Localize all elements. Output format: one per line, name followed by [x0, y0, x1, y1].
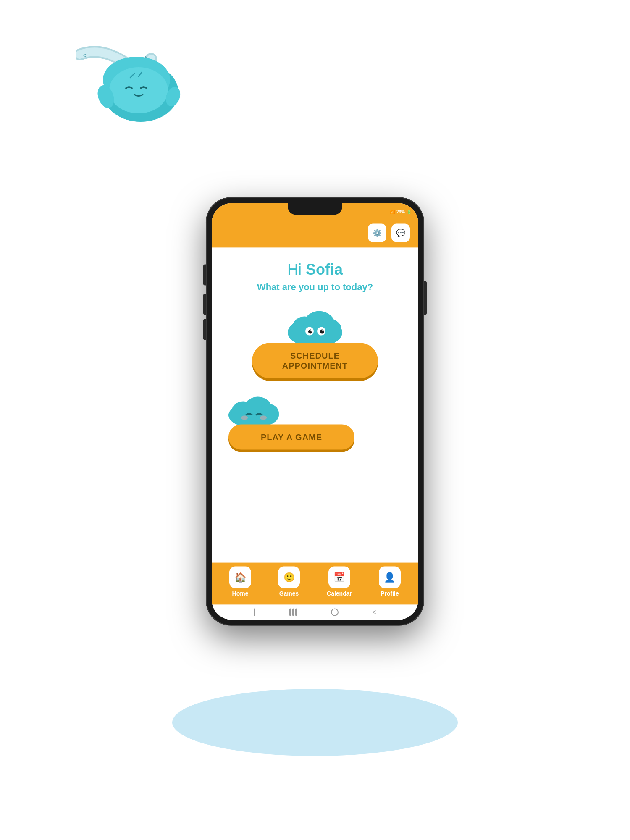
phone-body: 📶 26% 🔋 ⚙️ 💬 — [206, 197, 424, 626]
profile-icon-wrap: 👤 — [379, 567, 401, 588]
svg-point-16 — [322, 330, 324, 332]
gear-icon: ⚙️ — [373, 228, 382, 238]
scene: c b — [0, 0, 630, 840]
home-icon-wrap: 🏠 — [229, 567, 251, 588]
greeting-header: Hi Sofia — [287, 260, 343, 278]
calendar-icon: 📅 — [333, 572, 345, 583]
status-icons: 📶 26% 🔋 — [390, 209, 412, 214]
play-game-button[interactable]: PLAY A GAME — [228, 425, 354, 450]
nav-item-home[interactable]: 🏠 Home — [229, 567, 251, 597]
greeting-subtitle: What are you up to today? — [257, 282, 373, 293]
schedule-group: SCHEDULE APPOINTMENT — [220, 305, 410, 378]
chat-button[interactable]: 💬 — [391, 224, 410, 242]
svg-point-13 — [308, 330, 312, 334]
svg-point-20 — [258, 404, 279, 423]
svg-point-21 — [241, 416, 248, 420]
gesture-lines-icon — [254, 609, 255, 616]
gesture-back-icon: < — [372, 609, 376, 616]
games-icon-wrap: 🙂 — [278, 567, 300, 588]
sleepy-cloud — [224, 391, 283, 429]
battery-text: 26% — [396, 209, 405, 214]
chat-icon: 💬 — [396, 228, 405, 238]
svg-point-22 — [260, 416, 267, 420]
gesture-line-1 — [289, 609, 291, 616]
nav-item-games[interactable]: 🙂 Games — [278, 567, 300, 597]
play-game-group: PLAY A GAME — [220, 391, 410, 450]
nav-item-profile[interactable]: 👤 Profile — [379, 567, 401, 597]
svg-text:c: c — [83, 52, 87, 58]
nav-item-calendar[interactable]: 📅 Calendar — [327, 567, 352, 597]
profile-icon: 👤 — [384, 572, 395, 583]
top-bar: ⚙️ 💬 — [212, 218, 418, 248]
gesture-line-3 — [295, 609, 297, 616]
awake-cloud — [284, 305, 346, 347]
menu-section: SCHEDULE APPOINTMENT — [220, 305, 410, 454]
games-label: Games — [279, 590, 299, 597]
main-content: Hi Sofia What are you up to today? — [212, 248, 418, 563]
calendar-icon-wrap: 📅 — [328, 567, 350, 588]
home-icon: 🏠 — [235, 572, 246, 583]
wifi-icon: 📶 — [390, 209, 395, 214]
robot-character: c b — [76, 42, 176, 134]
profile-label: Profile — [381, 590, 399, 597]
svg-point-14 — [320, 330, 324, 334]
gesture-line-2 — [292, 609, 294, 616]
phone-screen: 📶 26% 🔋 ⚙️ 💬 — [212, 203, 418, 620]
gesture-triple — [289, 609, 297, 616]
bottom-blob — [172, 689, 458, 756]
phone-notch — [288, 203, 342, 215]
svg-point-4 — [109, 67, 168, 113]
gesture-circle-icon — [331, 609, 339, 616]
home-label: Home — [232, 590, 249, 597]
greeting-hi: Hi — [287, 261, 302, 278]
games-icon: 🙂 — [284, 572, 295, 583]
settings-button[interactable]: ⚙️ — [368, 224, 386, 242]
greeting-name: Sofia — [306, 261, 343, 278]
schedule-appointment-button[interactable]: SCHEDULE APPOINTMENT — [252, 343, 378, 378]
bottom-nav: 🏠 Home 🙂 Games 📅 Calen — [212, 563, 418, 605]
gesture-bar: < — [212, 605, 418, 620]
phone-frame: 📶 26% 🔋 ⚙️ 💬 — [206, 197, 424, 626]
calendar-label: Calendar — [327, 590, 352, 597]
svg-point-15 — [310, 330, 312, 332]
battery-icon: 🔋 — [407, 209, 412, 214]
